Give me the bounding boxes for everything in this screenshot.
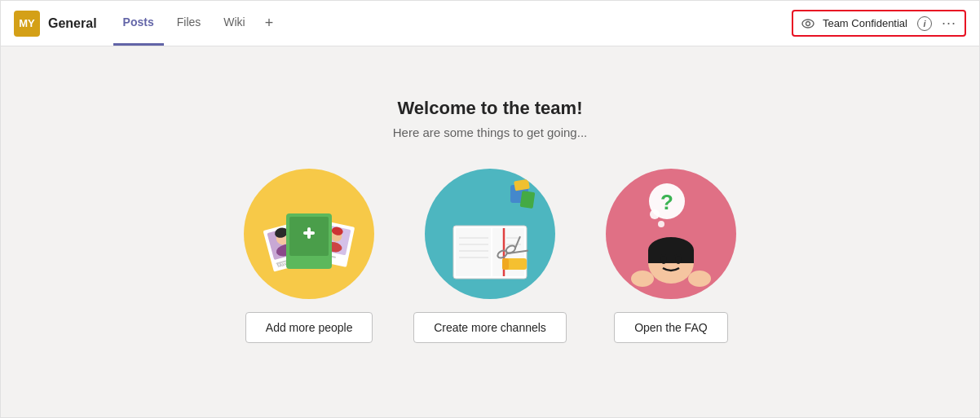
main-content: Welcome to the team! Here are some thing… — [1, 46, 979, 417]
svg-point-41 — [660, 256, 667, 264]
cards-row: Maxine — [244, 169, 736, 343]
visibility-icon — [801, 17, 814, 30]
add-more-people-button[interactable]: Add more people — [245, 312, 373, 343]
svg-rect-20 — [456, 228, 491, 276]
team-avatar: MY — [14, 11, 40, 37]
svg-text:?: ? — [660, 190, 673, 214]
welcome-subtitle: Here are some things to get going... — [393, 125, 587, 139]
team-confidential-label: Team Confidential — [823, 17, 907, 29]
info-icon[interactable]: i — [917, 16, 932, 31]
svg-point-45 — [658, 221, 664, 227]
more-options-icon[interactable]: ··· — [942, 15, 956, 32]
tab-wiki[interactable]: Wiki — [214, 1, 254, 46]
svg-point-0 — [802, 20, 814, 28]
open-faq-button[interactable]: Open the FAQ — [614, 312, 728, 343]
svg-point-1 — [806, 21, 810, 25]
svg-point-44 — [688, 271, 711, 287]
card-create-channels: Create more channels — [413, 169, 567, 343]
header: MY General Posts Files Wiki + — [1, 1, 979, 46]
header-right-controls: Team Confidential i ··· — [792, 10, 966, 37]
svg-point-43 — [631, 271, 654, 287]
svg-rect-37 — [502, 258, 509, 270]
channel-name: General — [48, 16, 97, 31]
create-channels-illustration — [425, 169, 555, 299]
svg-point-42 — [675, 256, 682, 264]
open-faq-illustration: ? — [606, 169, 736, 299]
welcome-title: Welcome to the team! — [398, 98, 583, 119]
svg-rect-40 — [648, 250, 694, 263]
svg-rect-18 — [307, 227, 311, 239]
nav-tabs: Posts Files Wiki + — [113, 1, 280, 46]
tab-files[interactable]: Files — [167, 1, 211, 46]
tab-posts[interactable]: Posts — [113, 1, 164, 46]
add-people-illustration: Maxine — [244, 169, 374, 299]
app-container: MY General Posts Files Wiki + — [0, 0, 980, 418]
card-open-faq: ? Open the FAQ — [606, 169, 736, 343]
card-add-people: Maxine — [244, 169, 374, 343]
svg-rect-31 — [520, 191, 536, 209]
add-tab-button[interactable]: + — [258, 1, 280, 46]
create-more-channels-button[interactable]: Create more channels — [413, 312, 567, 343]
